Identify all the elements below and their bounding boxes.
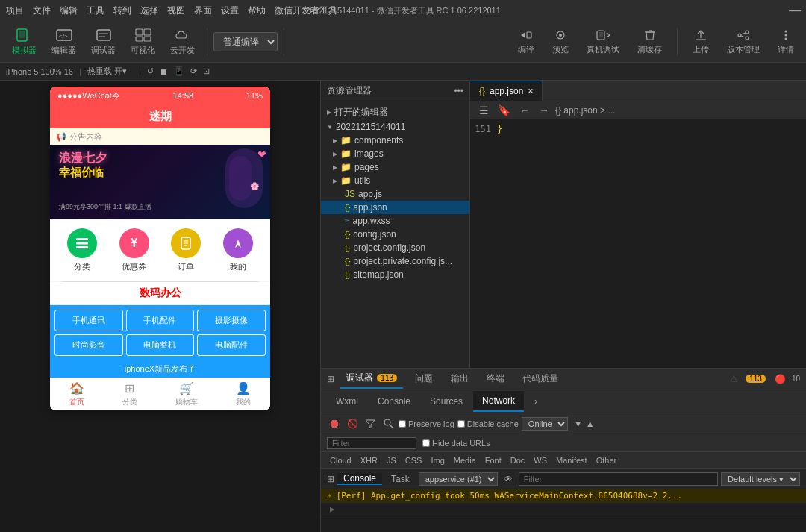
stop-button[interactable]: ⏹ [160,67,168,76]
panel-tab-network[interactable]: Network [473,391,524,412]
panel-tab-more[interactable]: › [525,392,546,411]
devtools-expand-icon[interactable]: ⊞ [327,374,334,384]
file-projectconfigjson[interactable]: {} project.config.json [321,241,469,254]
cursor-button[interactable]: ⊡ [203,66,210,76]
file-appjson[interactable]: {} app.json [321,201,469,214]
type-cloud[interactable]: Cloud [327,455,354,466]
arrow-right-icon[interactable]: → [536,104,552,116]
nav-home[interactable]: 🏠 首页 [69,381,84,407]
icon-classify[interactable]: 分类 [67,228,97,272]
simulator-button[interactable]: 模拟器 [6,24,43,59]
refresh-button[interactable]: ↺ [147,66,154,76]
device-button[interactable]: 📱 [174,66,184,76]
type-manifest[interactable]: Manifest [553,455,590,466]
bookmark-icon[interactable]: 🔖 [495,104,513,116]
fm-more-icon[interactable]: ••• [454,86,463,96]
menu-tools[interactable]: 工具 [87,4,104,17]
appservice-select[interactable]: appservice (#1) [419,472,498,486]
menu-edit[interactable]: 编辑 [60,4,78,17]
icon-order[interactable]: 订单 [171,228,201,272]
folder-pages[interactable]: ▶ 📁 pages [321,160,469,174]
tab-close-button[interactable]: × [528,86,533,96]
task-tab[interactable]: Task [385,474,416,484]
panel-tab-console[interactable]: Console [369,392,419,411]
type-ws[interactable]: WS [531,455,550,466]
nav-classify[interactable]: ⊞ 分类 [122,381,137,407]
rotate-button[interactable]: ⟳ [190,66,197,76]
file-sitemapjson[interactable]: {} sitemap.json [321,268,469,281]
grid-btn-0[interactable]: 手机通讯 [54,310,123,331]
dt-tab-debugger[interactable]: 调试器 113 [340,369,403,389]
editor-content[interactable]: 151 } [470,119,806,368]
panel-tab-wxml[interactable]: Wxml [327,392,367,411]
console-expand-icon[interactable]: ⊞ [327,474,334,484]
menu-project[interactable]: 项目 [6,4,24,17]
dt-tab-problems[interactable]: 问题 [409,369,439,388]
nav-mine[interactable]: 👤 我的 [236,381,251,407]
dt-tab-quality[interactable]: 代码质量 [516,369,564,388]
grid-btn-5[interactable]: 电脑配件 [197,334,266,356]
type-xhr[interactable]: XHR [357,455,381,466]
import-icon[interactable]: ▼ [574,419,583,429]
log-expand-icon[interactable]: ▶ [330,504,335,514]
file-projectprivatejson[interactable]: {} project.private.config.js... [321,254,469,268]
upload-button[interactable]: 上传 [687,25,715,58]
online-select[interactable]: Online [522,417,568,431]
folder-images[interactable]: ▶ 📁 images [321,147,469,160]
preview-button[interactable]: 预览 [546,25,575,58]
console-tab[interactable]: Console [337,473,382,485]
menu-help[interactable]: 帮助 [248,4,266,17]
hide-data-urls-checkbox[interactable]: Hide data URLs [422,439,490,448]
preserve-log-checkbox[interactable]: Preserve log [399,419,454,428]
icon-coupon[interactable]: ¥ 优惠券 [119,228,149,272]
tab-appjson[interactable]: {} app.json × [470,81,543,101]
preserve-log-input[interactable] [399,420,406,428]
console-eye-icon[interactable]: 👁 [501,472,516,486]
type-css[interactable]: CSS [402,455,425,466]
type-img[interactable]: Img [428,455,447,466]
nav-back-icon[interactable]: ☰ [476,104,492,116]
export-icon[interactable]: ▲ [586,419,595,429]
cloud-button[interactable]: 云开发 [164,24,201,59]
hide-data-urls-input[interactable] [422,439,430,447]
minimize-button[interactable]: — [790,5,800,16]
version-button[interactable]: 版本管理 [721,25,766,58]
folder-utils[interactable]: ▶ 📁 utils [321,174,469,187]
nav-cart[interactable]: 🛒 购物车 [175,381,198,407]
disable-cache-checkbox[interactable]: Disable cache [457,419,519,428]
menu-bar[interactable]: 项目 文件 编辑 工具 转到 选择 视图 界面 设置 帮助 微信开发者工具 [6,4,337,17]
type-doc[interactable]: Doc [507,455,528,466]
type-js[interactable]: JS [384,455,399,466]
dt-tab-terminal[interactable]: 终端 [481,369,510,388]
grid-btn-3[interactable]: 时尚影音 [54,334,123,356]
menu-file[interactable]: 文件 [33,4,51,17]
file-appwxss[interactable]: ≈ app.wxss [321,214,469,228]
menu-interface[interactable]: 界面 [194,4,212,17]
project-root[interactable]: ▼ 20221215144011 [321,120,469,134]
search-icon[interactable] [381,416,396,431]
network-filter-input[interactable] [327,437,416,449]
default-levels-select[interactable]: Default levels ▾ [721,472,800,486]
grid-btn-2[interactable]: 摄影摄像 [197,310,266,331]
real-debug-button[interactable]: 真机调试 [581,25,625,58]
folder-components[interactable]: ▶ 📁 components [321,134,469,147]
hotreload-button[interactable]: 热重载 开▾ [87,66,127,77]
file-configjson[interactable]: {} config.json [321,228,469,241]
icon-mine[interactable]: 我的 [223,228,253,272]
menu-settings[interactable]: 设置 [221,4,239,17]
menu-view[interactable]: 视图 [167,4,185,17]
file-appjs[interactable]: JS app.js [321,187,469,201]
clear-cache-button[interactable]: 清缓存 [631,25,668,58]
type-media[interactable]: Media [451,455,479,466]
dt-tab-output[interactable]: 输出 [445,369,475,388]
compile-button[interactable]: 编译 [512,25,540,58]
type-other[interactable]: Other [593,455,620,466]
debugger-button[interactable]: 调试器 [85,24,122,59]
grid-btn-4[interactable]: 电脑整机 [126,334,195,356]
filter-icon[interactable] [363,416,378,431]
record-button[interactable]: ⏺ [327,416,342,431]
visual-button[interactable]: 可视化 [125,24,161,59]
menu-select[interactable]: 选择 [140,4,158,17]
compile-mode-select[interactable]: 普通编译 [213,32,278,51]
menu-goto[interactable]: 转到 [113,4,131,17]
